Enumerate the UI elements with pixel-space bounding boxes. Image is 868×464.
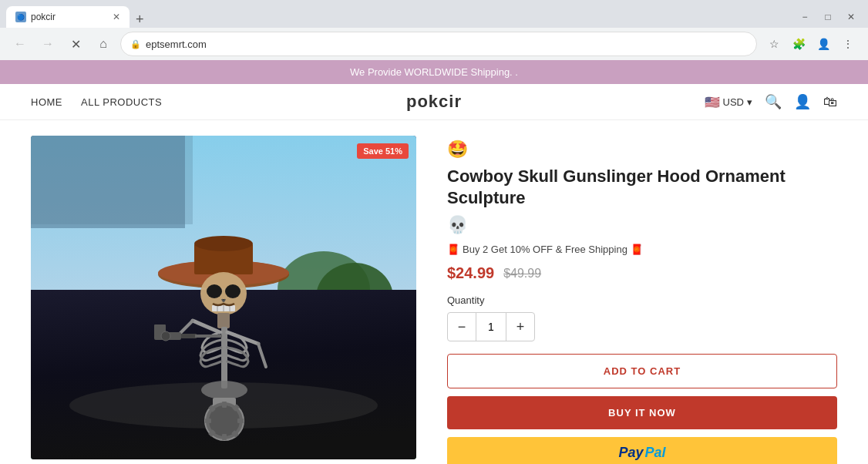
new-tab-button[interactable]: +: [130, 12, 150, 28]
svg-rect-26: [181, 334, 197, 338]
price-current: $24.99: [447, 264, 494, 282]
paypal-logo-pal: Pal: [645, 445, 666, 461]
product-image-svg: [31, 136, 416, 459]
quantity-label: Quantity: [447, 294, 837, 306]
site-logo[interactable]: pokcir: [406, 92, 462, 112]
svg-rect-34: [222, 402, 227, 408]
lock-icon: 🔒: [130, 39, 141, 49]
reload-button[interactable]: ✕: [65, 33, 86, 55]
svg-rect-4: [31, 136, 193, 224]
product-title: 🤩 Cowboy Skull Gunslinger Hood Ornament …: [447, 139, 837, 236]
navigation: HOME ALL PRODUCTS pokcir 🇺🇸 USD ▾ 🔍 👤 🛍: [0, 84, 868, 120]
currency-label: USD: [723, 96, 744, 108]
quantity-value: 1: [476, 313, 506, 341]
promo-label: Buy 2 Get 10% OFF & Free Shipping: [463, 244, 627, 255]
product-image: [31, 136, 416, 459]
paypal-button[interactable]: Pay Pal: [447, 437, 837, 464]
bookmark-button[interactable]: ☆: [763, 33, 785, 55]
svg-rect-19: [217, 313, 230, 328]
svg-point-30: [201, 381, 247, 399]
svg-point-11: [194, 236, 253, 251]
buy-now-button[interactable]: BUY IT NOW: [447, 396, 837, 429]
promo-text: 🧧 Buy 2 Get 10% OFF & Free Shipping 🧧: [447, 244, 837, 255]
flag-icon: 🇺🇸: [705, 95, 720, 109]
price-section: $24.99 $49.99: [447, 264, 837, 282]
url-text: eptsemrt.com: [146, 39, 747, 50]
promo-emoji-right: 🧧: [631, 244, 643, 255]
product-title-skulls: 💀: [447, 214, 468, 237]
forward-button[interactable]: →: [37, 33, 59, 55]
product-info: 🤩 Cowboy Skull Gunslinger Hood Ornament …: [447, 136, 837, 464]
window-close-button[interactable]: ✕: [840, 6, 862, 28]
product-image-container: Save 51%: [31, 136, 416, 464]
extensions-button[interactable]: 🧩: [788, 33, 809, 55]
save-badge: Save 51%: [357, 143, 409, 159]
browser-chrome: 🔵 pokcir ✕ + − □ ✕ ← → ✕ ⌂ 🔒 eptsemrt.co…: [0, 0, 868, 60]
address-bar[interactable]: 🔒 eptsemrt.com: [120, 32, 757, 56]
browser-toolbar: ← → ✕ ⌂ 🔒 eptsemrt.com ☆ 🧩 👤 ⋮: [0, 28, 868, 60]
quantity-section: Quantity − 1 +: [447, 294, 837, 341]
nav-all-products[interactable]: ALL PRODUCTS: [81, 96, 162, 108]
home-button[interactable]: ⌂: [93, 33, 114, 55]
tab-title: pokcir: [31, 12, 108, 22]
minimize-button[interactable]: −: [794, 6, 816, 28]
back-button[interactable]: ←: [9, 33, 31, 55]
menu-button[interactable]: ⋮: [837, 33, 859, 55]
quantity-control: − 1 +: [447, 312, 535, 341]
website: We Provide WORLDWIDE Shipping. . HOME AL…: [0, 60, 868, 464]
promo-emoji-left: 🧧: [447, 244, 459, 255]
profile-button[interactable]: 👤: [812, 33, 834, 55]
browser-action-buttons: ☆ 🧩 👤 ⋮: [763, 33, 859, 55]
nav-home[interactable]: HOME: [31, 96, 62, 108]
tab-close-button[interactable]: ✕: [113, 12, 120, 22]
maximize-button[interactable]: □: [817, 6, 839, 28]
product-page: Save 51%: [0, 120, 868, 464]
cart-icon[interactable]: 🛍: [823, 94, 837, 110]
svg-rect-37: [237, 419, 244, 423]
svg-point-13: [207, 284, 222, 298]
account-icon[interactable]: 👤: [794, 93, 811, 110]
quantity-decrease-button[interactable]: −: [448, 313, 476, 341]
product-title-emoji: 🤩: [447, 139, 468, 161]
product-title-text: Cowboy Skull Gunslinger Hood Ornament Sc…: [447, 166, 837, 210]
announcement-bar: We Provide WORLDWIDE Shipping. .: [0, 60, 868, 84]
announcement-text: We Provide WORLDWIDE Shipping. .: [350, 66, 518, 78]
currency-chevron-icon: ▾: [747, 96, 752, 108]
currency-selector[interactable]: 🇺🇸 USD ▾: [705, 95, 752, 109]
svg-rect-20: [221, 327, 227, 388]
search-icon[interactable]: 🔍: [765, 93, 782, 110]
svg-point-25: [161, 331, 170, 341]
svg-rect-27: [195, 335, 222, 338]
add-to-cart-button[interactable]: ADD TO CART: [447, 354, 837, 388]
nav-links: HOME ALL PRODUCTS: [31, 96, 162, 108]
tab-favicon: 🔵: [15, 12, 26, 22]
nav-actions: 🇺🇸 USD ▾ 🔍 👤 🛍: [705, 93, 837, 110]
paypal-logo-pay: Pay: [618, 445, 643, 461]
quantity-increase-button[interactable]: +: [506, 313, 534, 341]
price-original: $49.99: [503, 267, 541, 281]
svg-point-14: [225, 284, 241, 298]
browser-tab[interactable]: 🔵 pokcir ✕: [6, 6, 130, 28]
svg-rect-35: [222, 434, 227, 440]
svg-rect-36: [205, 419, 211, 423]
